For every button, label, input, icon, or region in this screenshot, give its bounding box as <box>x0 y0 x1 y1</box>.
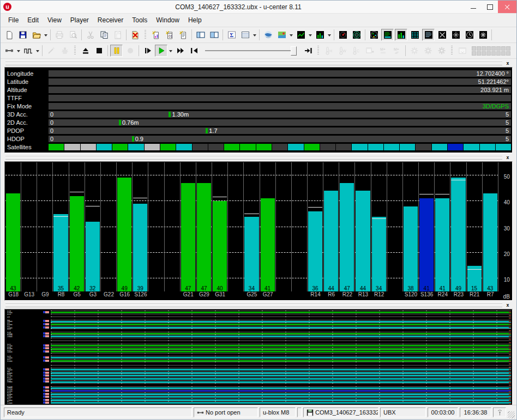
play-button[interactable] <box>155 45 167 57</box>
autobaud-button[interactable] <box>45 45 57 57</box>
data-view-button[interactable] <box>381 29 394 41</box>
toolbar-grip[interactable] <box>451 46 453 56</box>
google-earth-button[interactable] <box>262 29 274 41</box>
grid-button[interactable] <box>501 51 506 56</box>
grid-button[interactable] <box>496 46 501 51</box>
constellation-view-button[interactable] <box>368 29 380 41</box>
new-date-view-button[interactable]: 01 <box>163 29 176 41</box>
data-panel-close-button[interactable]: x <box>504 60 511 66</box>
grid-button[interactable] <box>482 51 486 56</box>
stop-button[interactable] <box>93 45 105 57</box>
gear-b-button[interactable] <box>422 45 434 57</box>
baudrate-dropdown[interactable] <box>35 45 40 57</box>
eject-button[interactable] <box>79 45 92 57</box>
map-view-button[interactable] <box>275 29 288 41</box>
history-panel-titlebar[interactable]: x <box>5 303 512 308</box>
open-file-button[interactable] <box>30 29 43 41</box>
print-button[interactable] <box>53 29 65 41</box>
signal-level-view-button[interactable] <box>395 29 407 41</box>
resize-grip[interactable] <box>508 411 515 418</box>
packet-console-button[interactable] <box>436 29 448 41</box>
grid-button[interactable] <box>477 46 481 51</box>
menu-item-tools[interactable]: Tools <box>128 15 152 26</box>
menu-item-receiver[interactable]: Receiver <box>93 15 128 26</box>
grid-button[interactable] <box>496 51 501 56</box>
skip-to-end-button[interactable] <box>302 45 314 57</box>
copy-button[interactable] <box>98 29 110 41</box>
menu-item-window[interactable]: Window <box>152 15 184 26</box>
table-list-dropdown[interactable] <box>252 29 257 41</box>
split-horizontal-button[interactable] <box>194 29 207 41</box>
history-panel-close-button[interactable]: x <box>504 302 511 308</box>
satellite-history-view-button[interactable] <box>408 29 421 41</box>
paste-button[interactable] <box>111 29 124 41</box>
toolbar-grip[interactable] <box>74 46 76 56</box>
hot-start-button[interactable]: H <box>322 45 335 57</box>
grid-button[interactable] <box>482 46 486 51</box>
connect-port-dropdown[interactable] <box>16 45 21 57</box>
clear-file-button[interactable] <box>129 29 141 41</box>
pause-button[interactable] <box>110 45 123 57</box>
print-preview-button[interactable] <box>67 29 79 41</box>
line-chart-view-dropdown[interactable] <box>308 29 313 41</box>
binary-console-button[interactable] <box>449 29 462 41</box>
skip-to-start-button[interactable] <box>188 45 200 57</box>
bar-chart-view-dropdown[interactable] <box>327 29 332 41</box>
grid-button[interactable] <box>506 46 510 51</box>
add-window-button[interactable] <box>363 45 376 57</box>
step-forward-button[interactable] <box>141 45 154 57</box>
menu-item-player[interactable]: Player <box>66 15 93 26</box>
menu-item-view[interactable]: View <box>43 15 66 26</box>
new-file-button[interactable] <box>3 29 15 41</box>
grid-button[interactable] <box>486 51 491 56</box>
connect-port-button[interactable] <box>3 45 15 57</box>
gear-a-button[interactable] <box>408 45 420 57</box>
toolbar-grip[interactable] <box>145 30 146 40</box>
macro-record-button[interactable]: M+ <box>390 45 403 57</box>
open-file-dropdown[interactable] <box>43 29 49 41</box>
signal-panel-titlebar[interactable]: x <box>5 155 512 160</box>
grid-button[interactable] <box>491 46 496 51</box>
record-button[interactable] <box>124 45 136 57</box>
menu-item-edit[interactable]: Edit <box>23 15 43 26</box>
cold-start-button[interactable]: C <box>350 45 362 57</box>
baudrate-button[interactable] <box>22 45 34 57</box>
bar-chart-view-button[interactable] <box>314 29 326 41</box>
deviation-map-button[interactable] <box>336 29 349 41</box>
signal-panel-close-button[interactable]: x <box>504 154 511 161</box>
messages-view-button[interactable] <box>477 29 489 41</box>
dock-windows-button[interactable] <box>456 45 468 57</box>
playback-position-slider[interactable] <box>205 46 297 56</box>
sky-view-button[interactable] <box>350 29 363 41</box>
minimize-button[interactable] <box>465 1 482 13</box>
grid-button[interactable] <box>491 51 496 56</box>
slider-handle[interactable] <box>291 46 297 56</box>
close-button[interactable] <box>498 1 516 13</box>
gear-c-button[interactable] <box>435 45 448 57</box>
grid-button[interactable] <box>472 46 476 51</box>
macro-go-button[interactable]: M+ <box>377 45 389 57</box>
save-file-button[interactable] <box>16 29 29 41</box>
toolbar-grip[interactable] <box>317 46 319 56</box>
map-view-dropdown[interactable] <box>288 29 294 41</box>
warm-start-button[interactable]: W <box>336 45 348 57</box>
maximize-button[interactable] <box>482 1 498 13</box>
grid-button[interactable] <box>472 51 476 56</box>
debug-button[interactable] <box>58 45 71 57</box>
new-doc-view-button[interactable] <box>177 29 189 41</box>
new-chart-view-button[interactable] <box>149 29 162 41</box>
menu-item-file[interactable]: File <box>4 15 23 26</box>
split-vertical-button[interactable] <box>208 29 220 41</box>
fast-forward-button[interactable] <box>174 45 187 57</box>
play-dropdown[interactable] <box>168 45 173 57</box>
line-chart-view-button[interactable] <box>294 29 307 41</box>
statistics-sigma-button[interactable]: Σ <box>225 29 238 41</box>
text-console-button[interactable] <box>422 29 435 41</box>
grid-button[interactable] <box>477 51 481 56</box>
grid-button[interactable] <box>486 46 491 51</box>
grid-button[interactable] <box>506 51 510 56</box>
table-list-button[interactable] <box>239 29 251 41</box>
clock-view-button[interactable] <box>463 29 476 41</box>
menu-item-help[interactable]: Help <box>184 15 206 26</box>
data-panel-titlebar[interactable]: x <box>5 61 512 66</box>
